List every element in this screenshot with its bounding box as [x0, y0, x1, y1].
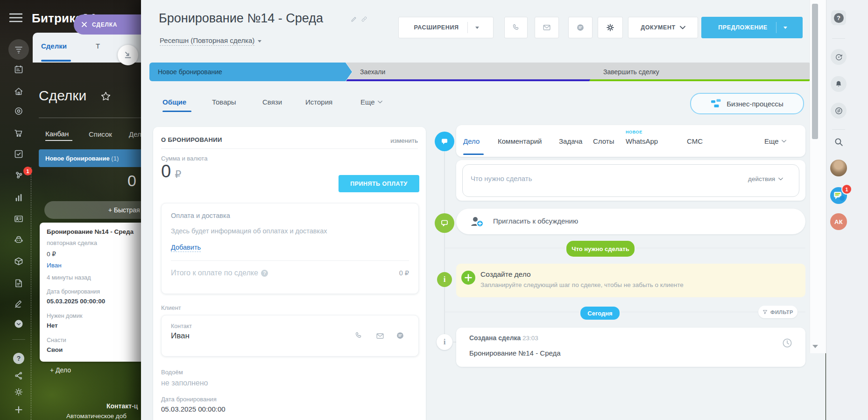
user-monogram-avatar[interactable]: АК: [830, 213, 847, 230]
panel-scrollbar-thumb[interactable]: [812, 4, 818, 139]
today-divider-line: [445, 312, 805, 312]
help-tooltip-icon[interactable]: ?: [261, 270, 268, 277]
contact-name[interactable]: Иван: [171, 331, 190, 341]
activity-tab-sms[interactable]: СМС: [687, 137, 703, 145]
filter-button[interactable]: ФИЛЬТР: [758, 306, 797, 318]
deal-card-title[interactable]: Бронирование №14 - Среда: [47, 228, 134, 235]
tasks-icon[interactable]: [10, 146, 27, 162]
timeline-entry-card[interactable]: Создана сделка 23:03 Бронирование №14 - …: [456, 328, 805, 367]
contact-card-icon[interactable]: [10, 210, 27, 227]
helpdesk-button[interactable]: ?: [831, 10, 846, 25]
todo-input-card: Что нужно сделать действия: [456, 160, 805, 201]
user-avatar[interactable]: [830, 160, 847, 176]
crm-home-icon[interactable]: [10, 83, 27, 100]
messenger-sync-icon[interactable]: [831, 103, 847, 119]
support-icon[interactable]: [831, 49, 847, 65]
activity-tab-underline: [463, 154, 484, 155]
panel-scrollbar-track[interactable]: [810, 0, 826, 353]
business-processes-button[interactable]: Бизнес-процессы: [690, 93, 804, 114]
email-button[interactable]: [535, 17, 559, 38]
activity-tab-comment[interactable]: Комментарий: [498, 137, 542, 145]
call-button[interactable]: [504, 17, 528, 38]
todo-pill[interactable]: Что нужно сделать: [565, 239, 636, 258]
stage-close-deal[interactable]: Завершить сделку: [589, 63, 816, 81]
today-pill[interactable]: Сегодня: [579, 305, 621, 321]
payment-hint: Здесь будет информация об оплатах и дост…: [171, 227, 327, 235]
extensions-button[interactable]: РАСШИРЕНИЯ: [398, 17, 494, 38]
stage-checked-in[interactable]: Заехали: [346, 63, 601, 81]
deal-tab-history[interactable]: История: [305, 98, 332, 106]
main-menu-hamburger-icon[interactable]: [9, 13, 22, 22]
activity-tab-task[interactable]: Задача: [559, 137, 582, 145]
add-plus-icon[interactable]: [10, 401, 27, 418]
deal-tab-general[interactable]: Общие: [162, 98, 186, 106]
collapse-slider-button[interactable]: [118, 45, 138, 65]
settings-gear-icon[interactable]: [10, 384, 27, 400]
feed-filter-icon[interactable]: [10, 41, 27, 58]
marketing-target-icon[interactable]: [10, 103, 27, 119]
document-edit-icon[interactable]: [10, 275, 27, 292]
deal-card-field-value: Нет: [47, 322, 58, 329]
deal-tab-links[interactable]: Связи: [262, 98, 282, 106]
stage-new-booking[interactable]: Новое бронирование: [149, 63, 352, 81]
kanban-column-header[interactable]: Новое бронирование (1): [39, 149, 153, 167]
activity-tab-more[interactable]: Еще: [764, 137, 786, 145]
notifications-bell-icon[interactable]: [831, 76, 847, 92]
chevron-down-icon: [783, 27, 787, 29]
analytics-chart-icon[interactable]: [10, 189, 27, 206]
edit-title-pencil-icon[interactable]: [350, 15, 358, 23]
invite-discussion-row[interactable]: Пригласить к обсуждению: [456, 209, 805, 234]
document-button[interactable]: ДОКУМЕНТ: [628, 17, 698, 38]
scrollbar-down-arrow[interactable]: [812, 345, 818, 348]
tab-next-partial[interactable]: Т: [96, 42, 100, 50]
deal-card-field-label: Нужен домик: [47, 313, 82, 319]
entry-clock-icon[interactable]: [781, 337, 793, 349]
sign-icon[interactable]: [10, 295, 27, 312]
deal-card-field-label: Снасти: [47, 337, 66, 343]
search-icon[interactable]: [833, 136, 845, 148]
deal-card-field-label: Дата бронирования: [47, 288, 100, 295]
view-tab-list[interactable]: Список: [89, 130, 112, 138]
edit-link[interactable]: изменить: [390, 137, 418, 144]
menu-more-chevron-icon[interactable]: [10, 315, 27, 332]
deal-amount[interactable]: 0 ₽: [161, 162, 181, 180]
deal-tab-products[interactable]: Товары: [212, 98, 236, 106]
deal-tab-more[interactable]: Еще: [360, 98, 382, 106]
right-utility-rail: ? 1 АК: [826, 0, 868, 420]
accept-payment-button[interactable]: ПРИНЯТЬ ОПЛАТУ: [339, 175, 419, 192]
close-icon[interactable]: [81, 21, 87, 28]
contact-email-icon[interactable]: [375, 331, 385, 341]
activity-tab-whatsapp[interactable]: WhatsApp: [626, 137, 658, 145]
deal-card-contact-link[interactable]: Иван: [47, 262, 62, 269]
favorite-star-icon[interactable]: [100, 91, 112, 102]
activity-tab-deal[interactable]: Дело: [463, 137, 480, 145]
proposal-button[interactable]: ПРЕДЛОЖЕНИЕ: [701, 17, 803, 38]
help-icon[interactable]: ?: [10, 350, 27, 367]
todo-placeholder: Что нужно сделать: [471, 175, 532, 182]
todo-input-field[interactable]: Что нужно сделать действия: [462, 164, 799, 197]
field-value[interactable]: 05.03.2025 00:00:00: [161, 405, 226, 413]
about-heading: О БРОНИРОВАНИИ: [161, 136, 222, 143]
view-tab-kanban[interactable]: Канбан: [45, 130, 69, 138]
card-add-activity-link[interactable]: + Дело: [50, 366, 71, 374]
contact-chat-icon[interactable]: [395, 330, 405, 341]
sales-cart-icon[interactable]: [10, 125, 27, 141]
copy-link-icon[interactable]: [360, 15, 368, 23]
messenger-button[interactable]: [568, 17, 593, 38]
settings-gear-button[interactable]: [598, 17, 623, 38]
product-box-icon[interactable]: [10, 253, 27, 270]
planner-icon[interactable]: [10, 61, 27, 78]
add-activity-plus-icon[interactable]: [461, 270, 476, 285]
payment-add-link[interactable]: Добавить: [171, 244, 201, 252]
chat-unread-badge: 1: [841, 184, 852, 195]
kanban-deal-card[interactable]: Бронирование №14 - Среда повторная сделк…: [40, 223, 147, 362]
tab-deals[interactable]: Сделки: [41, 42, 67, 50]
automation-robot-icon[interactable]: [10, 231, 27, 248]
card-divider: [171, 260, 409, 261]
activity-tab-slots[interactable]: Слоты: [593, 137, 614, 145]
field-value-empty[interactable]: не заполнено: [161, 379, 208, 387]
share-nodes-icon[interactable]: [10, 367, 27, 384]
pipeline-selector[interactable]: Ресепшн (Повторная сделка): [160, 36, 261, 46]
contact-call-icon[interactable]: [353, 330, 364, 341]
actions-dropdown[interactable]: действия: [748, 175, 783, 182]
